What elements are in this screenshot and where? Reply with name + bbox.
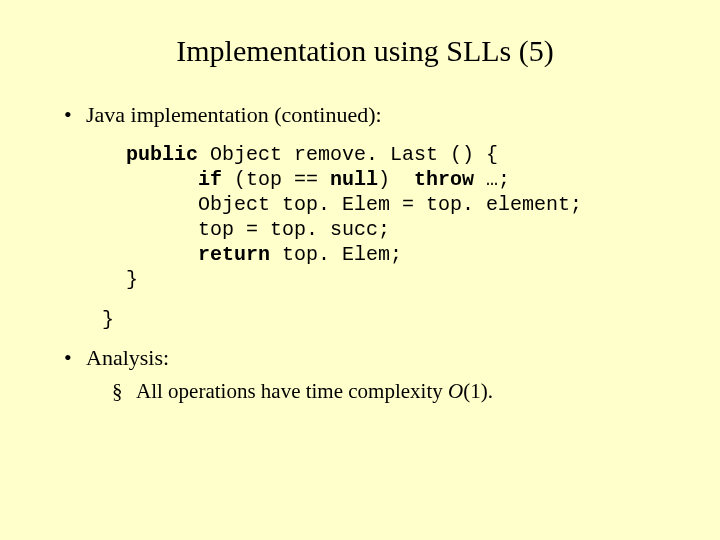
sub-bullet-O: O [448, 379, 463, 403]
code-l1b: Object remove. Last () { [198, 143, 498, 166]
code-l2d: ) [378, 168, 414, 191]
kw-null: null [330, 168, 378, 191]
code-l6: } [126, 268, 138, 291]
code-block: public Object remove. Last () { if (top … [126, 142, 670, 292]
bullet-list: Java implementation (continued): public … [60, 102, 670, 404]
bullet-analysis: Analysis: All operations have time compl… [60, 345, 670, 404]
slide-title: Implementation using SLLs (5) [60, 34, 670, 68]
code-l5b: top. Elem; [270, 243, 402, 266]
kw-if: if [198, 168, 222, 191]
kw-public: public [126, 143, 198, 166]
sub-bullet-post: (1). [463, 379, 493, 403]
bullet-java-impl: Java implementation (continued): public … [60, 102, 670, 331]
sub-bullet-pre: All operations have time complexity [136, 379, 448, 403]
code-l2b: (top == [222, 168, 330, 191]
bullet-java-impl-text: Java implementation (continued): [86, 102, 382, 127]
bullet-analysis-text: Analysis: [86, 345, 169, 370]
code-l3: Object top. Elem = top. element; [198, 193, 582, 216]
sub-bullet-complexity: All operations have time complexity O(1)… [112, 379, 670, 404]
kw-throw: throw [414, 168, 474, 191]
kw-return: return [198, 243, 270, 266]
code-outer-brace: } [102, 308, 670, 331]
code-l4: top = top. succ; [198, 218, 390, 241]
code-l2f: …; [474, 168, 510, 191]
sub-bullet-list: All operations have time complexity O(1)… [112, 379, 670, 404]
